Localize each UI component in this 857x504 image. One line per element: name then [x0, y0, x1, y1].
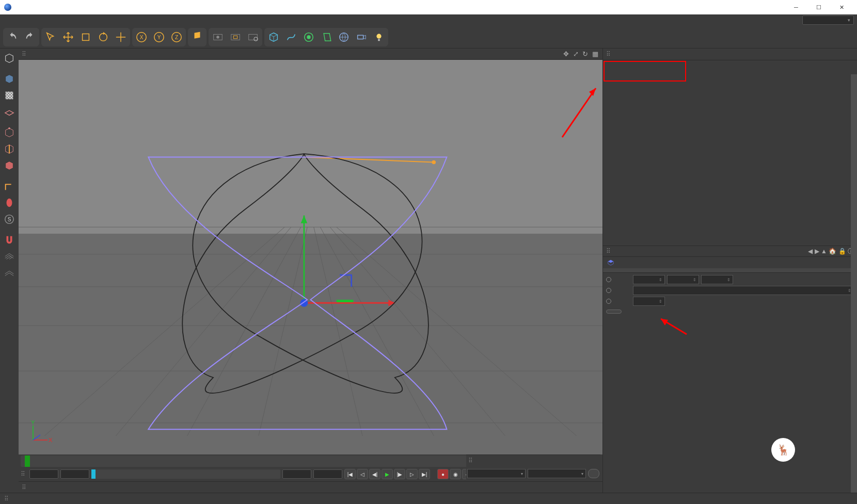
frame-end-field[interactable] — [313, 469, 342, 479]
autokey-button[interactable]: ◉ — [450, 469, 461, 479]
select-tool[interactable] — [42, 29, 59, 45]
svg-line-49 — [304, 157, 434, 162]
layout-dropdown[interactable] — [802, 15, 854, 25]
viewport-solo-button[interactable] — [2, 265, 17, 281]
deformer-icon — [607, 259, 614, 266]
axis-y-button[interactable]: Y — [151, 29, 167, 45]
right-slim-toolbar[interactable] — [851, 74, 857, 493]
coord-header-rot — [556, 466, 600, 468]
add-generator-button[interactable] — [300, 29, 317, 45]
render-region-button[interactable] — [227, 29, 244, 45]
add-light-button[interactable] — [371, 29, 387, 45]
render-view-button[interactable] — [210, 29, 226, 45]
move-tool[interactable] — [60, 29, 76, 45]
svg-point-26 — [7, 199, 12, 207]
snap-button[interactable]: S — [2, 212, 17, 227]
add-camera-button[interactable] — [353, 29, 370, 45]
add-spline-button[interactable] — [283, 29, 299, 45]
viewport-nav-icons[interactable]: ✥ ⤢ ↻ ▦ — [563, 50, 599, 58]
step-back-button[interactable]: ◀| — [369, 469, 380, 479]
size-z-field[interactable] — [701, 275, 733, 284]
workplane-button[interactable] — [2, 104, 17, 120]
record-button[interactable]: ● — [437, 469, 449, 479]
coord-system-button[interactable] — [189, 29, 205, 45]
angle-field[interactable] — [633, 297, 665, 306]
material-manager-menubar: ⠿ — [19, 481, 602, 493]
svg-line-30 — [44, 227, 284, 436]
frame-start-field[interactable] — [29, 469, 58, 479]
annotation-highlight-box — [604, 61, 686, 82]
step-fwd-button[interactable]: |▶ — [394, 469, 405, 479]
make-editable-button[interactable] — [2, 51, 17, 66]
viewport-canvas — [19, 60, 602, 436]
next-key-button[interactable]: ▷ — [406, 469, 418, 479]
undo-button[interactable] — [4, 29, 21, 45]
rotate-tool[interactable] — [95, 29, 112, 45]
add-deformer-button[interactable] — [318, 29, 335, 45]
object-manager-tree[interactable] — [603, 60, 857, 246]
svg-rect-0 — [83, 34, 89, 40]
edge-mode-button[interactable] — [2, 141, 17, 157]
left-toolbar: S — [0, 48, 19, 493]
svg-line-35 — [320, 227, 434, 436]
magnet-button[interactable] — [2, 232, 17, 248]
render-settings-button[interactable] — [245, 29, 261, 45]
size-x-field[interactable] — [633, 275, 665, 284]
minimize-button[interactable]: ─ — [785, 0, 807, 14]
axis-mode-button[interactable] — [2, 178, 17, 194]
go-end-button[interactable]: ▶| — [419, 469, 430, 479]
svg-rect-11 — [231, 34, 240, 40]
svg-text:S: S — [8, 217, 11, 222]
size-y-field[interactable] — [667, 275, 699, 284]
axis-gizmo: X Y — [28, 420, 53, 445]
annotation-arrow-2 — [656, 316, 692, 337]
mode-dropdown[interactable] — [633, 286, 854, 295]
add-environment-button[interactable] — [336, 29, 352, 45]
svg-line-58 — [661, 319, 687, 334]
svg-text:X: X — [49, 437, 53, 443]
coord-mode-dropdown[interactable] — [467, 469, 526, 478]
size-mode-dropdown[interactable] — [528, 469, 586, 478]
axis-z-button[interactable]: Z — [168, 29, 185, 45]
titlebar: ─ ☐ ✕ — [0, 0, 857, 14]
close-button[interactable]: ✕ — [830, 0, 853, 14]
play-button[interactable]: ▶ — [382, 469, 393, 479]
viewport-menubar: ⠿ ✥ ⤢ ↻ ▦ — [19, 48, 602, 60]
svg-point-25 — [8, 127, 10, 129]
add-cube-button[interactable] — [265, 29, 282, 45]
fit-to-parent-button[interactable] — [606, 310, 622, 314]
viewport[interactable]: X Y — [19, 60, 602, 454]
grip-icon: ⠿ — [22, 51, 26, 58]
object-manager-menubar: ⠿ — [603, 48, 857, 60]
scale-tool[interactable] — [77, 29, 94, 45]
svg-line-37 — [314, 227, 362, 436]
coord-header-pos — [466, 466, 511, 468]
track-end-field[interactable] — [282, 469, 311, 479]
svg-point-16 — [307, 35, 310, 39]
axis-x-button[interactable]: X — [133, 29, 150, 45]
svg-point-50 — [432, 160, 436, 165]
svg-text:Z: Z — [175, 34, 178, 40]
status-bar: ⠿ — [0, 493, 857, 504]
last-tool[interactable] — [113, 29, 129, 45]
maximize-button[interactable]: ☐ — [807, 0, 830, 14]
track-start-field[interactable] — [60, 469, 89, 479]
svg-rect-8 — [195, 31, 200, 38]
timeline-track[interactable] — [91, 469, 280, 479]
point-mode-button[interactable] — [2, 125, 17, 140]
coordinates-panel: ⠿ — [466, 454, 600, 479]
go-start-button[interactable]: |◀ — [344, 469, 356, 479]
tweak-mode-button[interactable] — [2, 195, 17, 210]
poly-mode-button[interactable] — [2, 158, 17, 173]
redo-button[interactable] — [22, 29, 38, 45]
model-mode-button[interactable] — [2, 71, 17, 87]
texture-mode-button[interactable] — [2, 88, 17, 103]
prev-key-button[interactable]: ◁ — [357, 469, 368, 479]
svg-marker-46 — [301, 216, 308, 223]
svg-line-36 — [259, 227, 307, 436]
svg-text:X: X — [140, 34, 144, 40]
workplane-grid-button[interactable] — [2, 249, 17, 264]
svg-point-19 — [376, 34, 381, 38]
apply-button[interactable] — [588, 469, 599, 478]
attribute-nav-icons[interactable]: ◀ ▶ ▲ 🏠 🔒 ⓘ — [808, 247, 854, 256]
